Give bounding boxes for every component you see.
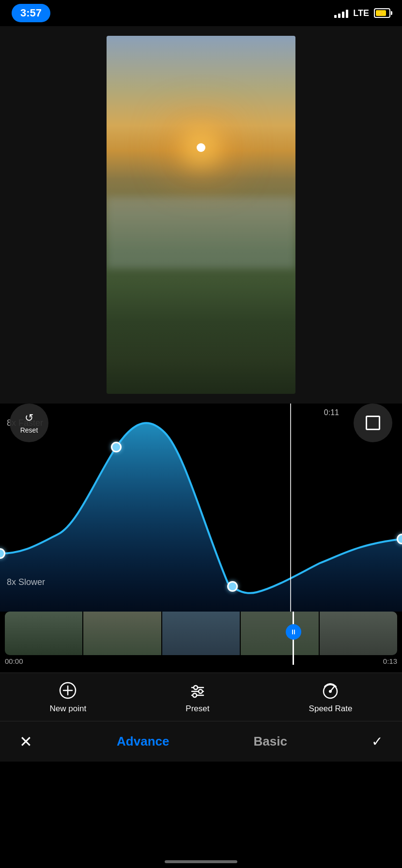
fullscreen-icon bbox=[366, 416, 380, 430]
status-right: LTE ⚡ bbox=[334, 8, 390, 18]
speed-rate-icon bbox=[321, 681, 340, 700]
timeline-inner bbox=[5, 612, 397, 655]
battery-bolt: ⚡ bbox=[377, 10, 384, 16]
svg-point-11 bbox=[194, 686, 198, 689]
control-point-3[interactable] bbox=[227, 581, 238, 592]
svg-point-12 bbox=[199, 689, 202, 693]
cancel-button[interactable]: ✕ bbox=[19, 733, 32, 751]
svg-point-13 bbox=[193, 693, 197, 697]
timeline-segment-5 bbox=[320, 612, 397, 655]
battery-fill: ⚡ bbox=[376, 10, 386, 16]
video-thumbnail bbox=[107, 36, 295, 394]
timeline-playhead-handle[interactable] bbox=[286, 624, 301, 640]
preset-item[interactable]: Preset bbox=[186, 681, 209, 714]
battery-icon: ⚡ bbox=[374, 8, 390, 18]
speed-curve-area: 8x Faster 8x Slower 0:11 bbox=[0, 404, 402, 612]
reset-button[interactable]: ↺ Reset bbox=[10, 404, 48, 442]
new-point-item[interactable]: New point bbox=[50, 681, 87, 714]
basic-mode-button[interactable]: Basic bbox=[254, 734, 287, 749]
signal-icon bbox=[334, 8, 348, 18]
new-point-label: New point bbox=[50, 704, 87, 714]
status-bar: 3:57 LTE ⚡ bbox=[0, 0, 402, 26]
preset-icon bbox=[188, 681, 207, 700]
speed-rate-item[interactable]: Speed Rate bbox=[309, 681, 353, 714]
preset-label: Preset bbox=[186, 704, 209, 714]
svg-point-15 bbox=[329, 690, 332, 693]
timeline-end: 0:13 bbox=[383, 657, 397, 665]
slower-label: 8x Slower bbox=[7, 577, 45, 587]
confirm-button[interactable]: ✓ bbox=[371, 733, 383, 749]
new-point-icon bbox=[58, 681, 77, 700]
bottom-toolbar: New point Preset Speed Rate bbox=[0, 673, 402, 721]
mist-decoration bbox=[107, 197, 295, 269]
video-preview bbox=[0, 26, 402, 404]
speed-rate-label: Speed Rate bbox=[309, 704, 353, 714]
reset-icon: ↺ bbox=[25, 412, 33, 424]
network-type: LTE bbox=[353, 8, 369, 18]
fullscreen-button[interactable] bbox=[354, 404, 392, 442]
timeline-segment-4 bbox=[241, 612, 318, 655]
timeline-segment-2 bbox=[83, 612, 161, 655]
speed-curve-svg bbox=[0, 404, 402, 612]
sun-decoration bbox=[197, 143, 205, 152]
reset-label: Reset bbox=[20, 426, 38, 434]
timeline-times: 00:00 0:13 bbox=[0, 655, 402, 665]
advance-mode-button[interactable]: Advance bbox=[117, 734, 169, 749]
timeline-start: 00:00 bbox=[5, 657, 23, 665]
timeline-segment-1 bbox=[5, 612, 82, 655]
timeline-segment-3 bbox=[162, 612, 240, 655]
mode-bar: ✕ Advance Basic ✓ bbox=[0, 721, 402, 762]
time-marker: 0:11 bbox=[324, 408, 339, 417]
timeline-strip[interactable]: 00:00 0:13 bbox=[0, 612, 402, 665]
home-indicator bbox=[165, 860, 237, 863]
time-display: 3:57 bbox=[12, 4, 50, 22]
control-point-2[interactable] bbox=[111, 442, 122, 452]
